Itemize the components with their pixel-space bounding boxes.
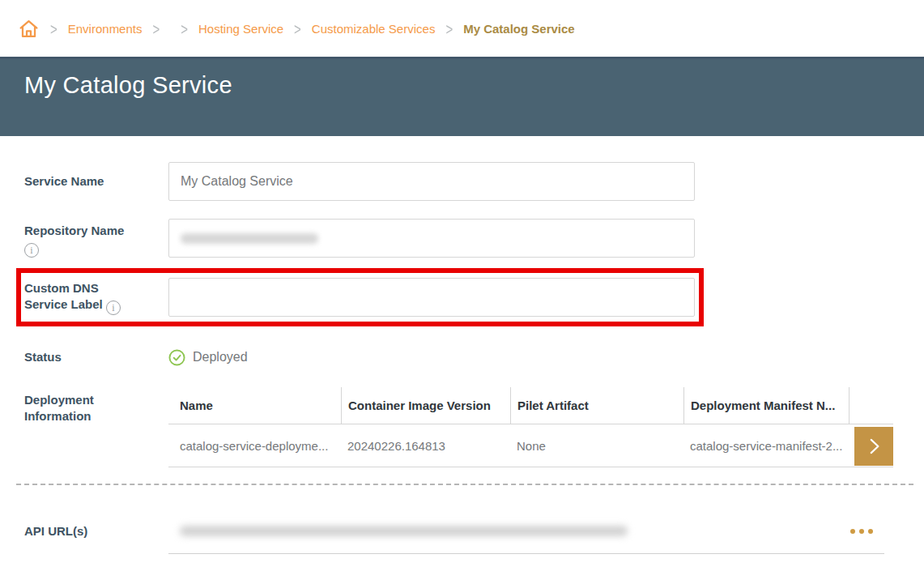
status-row: Status Deployed — [24, 346, 924, 369]
breadcrumb-separator: > — [152, 19, 160, 38]
repository-name-value-redacted — [181, 233, 318, 244]
table-cell-pilet-artifact: None — [510, 424, 683, 467]
custom-dns-label: Custom DNS Service Label i — [24, 280, 168, 315]
section-divider — [16, 484, 913, 485]
status-label: Status — [24, 349, 168, 365]
breadcrumb-separator: > — [50, 19, 57, 38]
chevron-right-icon — [863, 436, 884, 457]
breadcrumb-item-environments[interactable]: Environments — [68, 22, 143, 36]
breadcrumb-separator: > — [181, 19, 188, 38]
breadcrumb-item-current: My Catalog Service — [463, 22, 575, 36]
breadcrumb-item-customizable-services[interactable]: Customizable Services — [312, 22, 436, 36]
more-options-icon[interactable] — [849, 524, 875, 539]
breadcrumb-item-hosting-service[interactable]: Hosting Service — [198, 22, 283, 36]
api-url-value-redacted — [180, 526, 628, 536]
repository-name-label: Repository Name — [24, 224, 124, 237]
breadcrumb: > Environments > > Hosting Service > Cus… — [0, 0, 924, 57]
service-name-label: Service Name — [24, 173, 168, 190]
api-urls-label: API URL(s) — [24, 523, 168, 539]
deployment-table: Name Container Image Version Pilet Artif… — [168, 387, 893, 467]
deployment-info-row: Deployment Information Name Container Im… — [24, 387, 924, 467]
repository-name-row: Repository Name i — [24, 219, 924, 258]
page-header-band: My Catalog Service — [0, 57, 924, 136]
breadcrumb-separator: > — [445, 19, 453, 38]
table-header-pilet-artifact: Pilet Artifact — [510, 387, 683, 424]
table-cell-deployment-manifest: catalog-service-manifest-2... — [683, 424, 849, 467]
api-urls-row: API URL(s) — [24, 509, 924, 554]
table-cell-container-image-version: 20240226.164813 — [341, 424, 510, 467]
deployment-info-label: Deployment Information — [24, 387, 168, 424]
table-header-actions — [849, 387, 893, 424]
api-url-item — [168, 509, 884, 554]
row-expand-button[interactable] — [854, 427, 893, 466]
table-cell-name: catalog-service-deployme... — [168, 424, 341, 467]
page: > Environments > > Hosting Service > Cus… — [0, 0, 924, 567]
breadcrumb-separator: > — [294, 19, 301, 38]
table-header-name: Name — [168, 387, 341, 424]
table-header-container-image-version: Container Image Version — [341, 387, 510, 424]
custom-dns-highlight-annotation: Custom DNS Service Label i — [16, 268, 704, 326]
status-value: Deployed — [193, 350, 248, 364]
page-title: My Catalog Service — [0, 59, 924, 99]
custom-dns-input[interactable] — [168, 278, 695, 317]
breadcrumb-home[interactable] — [18, 18, 40, 40]
service-name-input[interactable] — [168, 162, 695, 201]
service-name-row: Service Name — [24, 162, 924, 201]
deployment-table-header: Name Container Image Version Pilet Artif… — [168, 387, 893, 424]
table-row: catalog-service-deployme... 20240226.164… — [168, 424, 893, 467]
check-circle-icon — [168, 349, 185, 366]
info-icon[interactable]: i — [24, 243, 39, 258]
table-header-deployment-manifest: Deployment Manifest N... — [683, 387, 849, 424]
repository-name-input[interactable] — [168, 219, 695, 258]
info-icon[interactable]: i — [106, 301, 121, 315]
home-icon — [18, 18, 40, 40]
